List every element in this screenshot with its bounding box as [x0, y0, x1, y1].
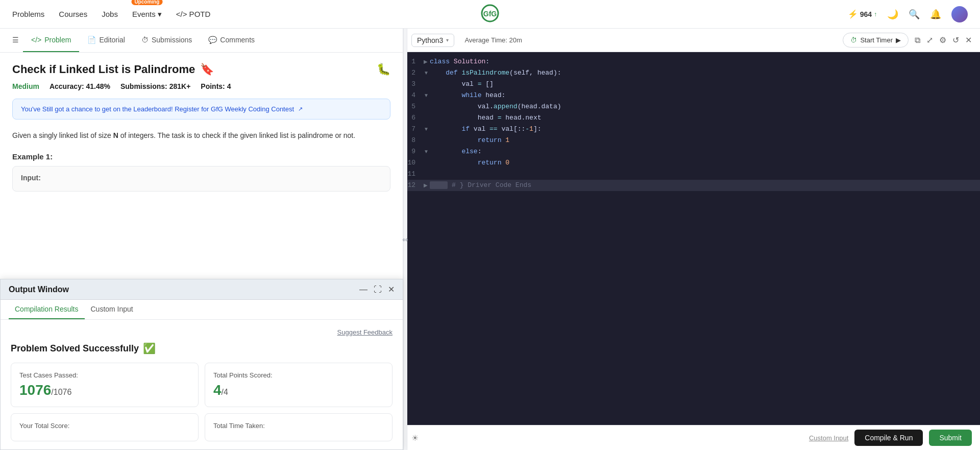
code-line-11: 11: [403, 169, 980, 180]
lightning-icon: ⚡: [848, 9, 858, 19]
success-check-icon: ✅: [143, 342, 156, 354]
bug-icon[interactable]: 🐛: [377, 63, 390, 76]
copy-icon[interactable]: ⧉: [915, 36, 920, 45]
settings-icon[interactable]: ⚙: [939, 35, 946, 45]
site-logo[interactable]: GfG: [478, 4, 502, 24]
right-panel: Python3 ▾ Average Time: 20m ⏱ Start Time…: [403, 29, 980, 450]
editor-bottom: ☀ Custom Input Compile & Run Submit: [403, 425, 980, 450]
avg-time: Average Time: 20m: [464, 36, 522, 44]
line-expand-icon[interactable]: ▶: [424, 180, 430, 191]
code-icon: </>: [31, 36, 41, 44]
tab-compilation-results[interactable]: Compilation Results: [9, 300, 85, 319]
main-layout: ☰ </> Problem 📄 Editorial ⏱ Submissions …: [0, 29, 980, 450]
code-editor[interactable]: 1 ▶ class Solution: 2 ▼ def isPalindrome…: [403, 52, 980, 425]
example-input-label: Input:: [21, 174, 382, 182]
line-expand-icon[interactable]: ▶: [424, 56, 430, 67]
line-code: return 1: [430, 135, 509, 146]
code-line-7: 7 ▼ if val == val[::-1]:: [403, 124, 980, 135]
timer-btn-label: Start Timer: [860, 36, 893, 44]
nav-problems[interactable]: Problems: [12, 10, 44, 18]
line-expand-icon: [424, 157, 430, 169]
points-scored-card: Total Points Scored: 4/4: [205, 363, 393, 407]
hamburger-menu[interactable]: ☰: [8, 29, 23, 52]
panel-divider[interactable]: ⇔: [403, 29, 407, 450]
nav-events[interactable]: Upcoming Events ▾: [132, 10, 162, 19]
start-timer-button[interactable]: ⏱ Start Timer ▶: [843, 33, 909, 48]
tab-custom-input[interactable]: Custom Input: [85, 300, 139, 319]
output-title: Output Window: [9, 285, 359, 294]
code-line-12: 12 ▶ # } Driver Code Ends: [403, 180, 980, 191]
problem-description: Given a singly linked list of size N of …: [12, 130, 390, 142]
tab-comments[interactable]: 💬 Comments: [200, 29, 263, 52]
nav-potd[interactable]: </> POTD: [176, 10, 211, 18]
nav-courses[interactable]: Courses: [59, 10, 87, 18]
points-meta: Points: 4: [201, 82, 231, 90]
success-header: Problem Solved Successfully ✅: [11, 342, 393, 354]
editorial-icon: 📄: [87, 36, 96, 44]
total-time-card: Total Time Taken:: [205, 413, 393, 441]
line-code: [430, 169, 434, 180]
line-expand-icon[interactable]: ▼: [424, 67, 430, 79]
brightness-icon[interactable]: ☀: [411, 433, 419, 443]
points-scored-value: 4/4: [213, 382, 384, 398]
nav-events-label: Events: [132, 10, 156, 18]
output-body: Suggest Feedback Problem Solved Successf…: [1, 320, 403, 449]
submissions-icon: ⏱: [141, 36, 149, 44]
code-line-8: 8 return 1: [403, 135, 980, 146]
line-code: def isPalindrome(self, head):: [430, 67, 561, 79]
line-expand-icon[interactable]: ▼: [424, 146, 430, 157]
tab-problem-label: Problem: [44, 36, 71, 44]
accuracy-meta: Accuracy: 41.48%: [50, 82, 110, 90]
close-button[interactable]: ✕: [388, 285, 395, 294]
code-line-1: 1 ▶ class Solution:: [403, 56, 980, 67]
divider-arrows-icon: ⇔: [402, 235, 408, 244]
suggest-feedback: Suggest Feedback: [11, 328, 393, 336]
search-button[interactable]: 🔍: [909, 9, 920, 20]
code-line-10: 10 return 0: [403, 157, 980, 169]
top-navigation: Problems Courses Jobs Upcoming Events ▾ …: [0, 0, 980, 29]
total-score-card: Your Total Score:: [11, 413, 199, 441]
bookmark-icon[interactable]: 🔖: [200, 63, 214, 76]
problem-title-row: Check if Linked List is Palindrome 🔖 🐛: [12, 63, 390, 76]
tab-submissions[interactable]: ⏱ Submissions: [133, 29, 200, 52]
line-code: while head:: [430, 90, 505, 101]
notifications-button[interactable]: 🔔: [930, 9, 941, 20]
problem-meta: Medium Accuracy: 41.48% Submissions: 281…: [12, 82, 390, 90]
nav-jobs[interactable]: Jobs: [102, 10, 118, 18]
output-header: Output Window — ⛶ ✕: [1, 279, 403, 300]
tab-comments-label: Comments: [220, 36, 255, 44]
custom-input-link[interactable]: Custom Input: [809, 434, 848, 442]
editor-close-icon[interactable]: ✕: [965, 35, 972, 45]
code-line-4: 4 ▼ while head:: [403, 90, 980, 101]
line-code: # } Driver Code Ends: [430, 180, 531, 191]
code-line-5: 5 val.append(head.data): [403, 101, 980, 112]
tab-submissions-label: Submissions: [152, 36, 192, 44]
leaderboard-banner[interactable]: You've Still got a chance to get on the …: [12, 99, 390, 120]
expand-icon[interactable]: ⤢: [926, 35, 933, 45]
suggest-feedback-link[interactable]: Suggest Feedback: [337, 328, 393, 336]
tab-editorial[interactable]: 📄 Editorial: [79, 29, 133, 52]
output-header-buttons: — ⛶ ✕: [359, 285, 395, 294]
user-avatar[interactable]: [951, 6, 968, 22]
line-expand-icon[interactable]: ▼: [424, 124, 430, 135]
line-expand-icon[interactable]: ▼: [424, 90, 430, 101]
submit-button[interactable]: Submit: [929, 430, 972, 446]
line-code: val.append(head.data): [430, 101, 561, 112]
line-code: else:: [430, 146, 481, 157]
language-label: Python3: [417, 36, 443, 44]
code-line-2: 2 ▼ def isPalindrome(self, head):: [403, 67, 980, 79]
maximize-button[interactable]: ⛶: [374, 285, 382, 294]
language-selector[interactable]: Python3 ▾: [411, 34, 454, 47]
nav-right: ⚡ 964 ↑ 🌙 🔍 🔔: [848, 6, 968, 22]
tab-editorial-label: Editorial: [99, 36, 125, 44]
results-grid: Test Cases Passed: 1076/1076 Total Point…: [11, 363, 393, 441]
dark-mode-toggle[interactable]: 🌙: [887, 9, 898, 20]
code-line-6: 6 head = head.next: [403, 112, 980, 124]
compile-run-button[interactable]: Compile & Run: [854, 430, 923, 446]
minimize-button[interactable]: —: [359, 285, 368, 294]
reset-icon[interactable]: ↺: [952, 35, 959, 45]
test-cases-label: Test Cases Passed:: [19, 371, 190, 379]
tab-problem[interactable]: </> Problem: [23, 29, 79, 52]
upcoming-badge: Upcoming: [131, 0, 162, 5]
output-window: Output Window — ⛶ ✕ Compilation Results …: [0, 279, 403, 450]
